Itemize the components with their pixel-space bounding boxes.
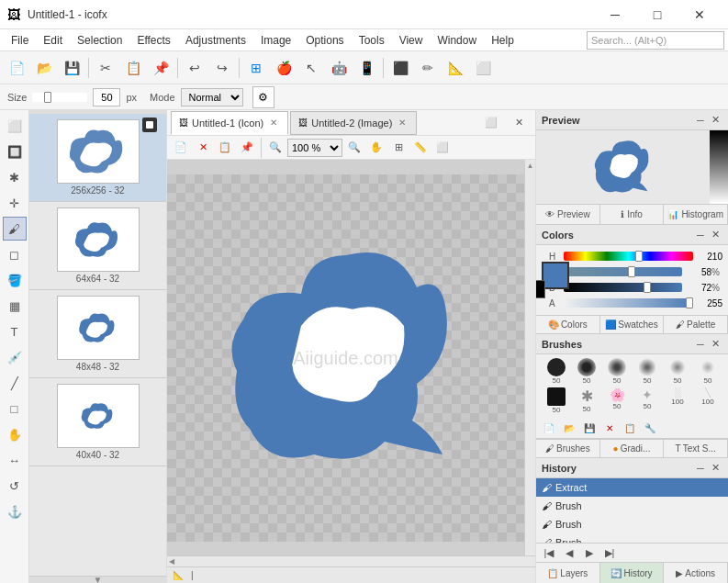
history-tab-history[interactable]: 🔄 History bbox=[600, 563, 665, 583]
history-tab-layers[interactable]: 📋 Layers bbox=[536, 563, 600, 583]
zoom-in-btn[interactable]: 🔍 bbox=[344, 138, 364, 158]
brush-tool-5[interactable]: 📋 bbox=[621, 420, 639, 436]
preview-close-btn[interactable]: ✕ bbox=[708, 113, 722, 128]
menu-image[interactable]: Image bbox=[253, 29, 298, 50]
background-color[interactable] bbox=[535, 280, 545, 298]
history-prev-btn[interactable]: ◀ bbox=[560, 544, 578, 561]
canvas-copy-btn[interactable]: 📋 bbox=[215, 138, 235, 158]
history-item-extract[interactable]: 🖌 Extract bbox=[536, 478, 728, 497]
brushes-minimize-btn[interactable]: ─ bbox=[693, 337, 708, 352]
brush-tool-2[interactable]: 📂 bbox=[560, 420, 578, 436]
cursor-button[interactable]: ↖ bbox=[298, 55, 324, 81]
brushes-tab-gradient[interactable]: ● Gradi... bbox=[600, 440, 665, 457]
brushes-tab-text[interactable]: T Text S... bbox=[664, 440, 728, 457]
brush-item-8[interactable]: ✱ 50 bbox=[572, 387, 601, 415]
magic-wand-tool[interactable]: ✱ bbox=[3, 165, 27, 189]
brush-tool-delete[interactable]: ✕ bbox=[600, 420, 619, 436]
history-item-brush-1[interactable]: 🖌 Brush bbox=[536, 497, 728, 515]
history-item-brush-2[interactable]: 🖌 Brush bbox=[536, 515, 728, 533]
brush-item-2[interactable]: 50 bbox=[572, 357, 601, 386]
ruler-btn[interactable]: 📏 bbox=[410, 138, 431, 158]
size-slider[interactable] bbox=[32, 93, 87, 102]
expand-button[interactable]: ⬜ bbox=[478, 110, 504, 136]
canvas-hscroll[interactable]: ◀ bbox=[167, 555, 535, 566]
colors-tab-palette[interactable]: 🖌 Palette bbox=[664, 316, 728, 333]
brush-item-3[interactable]: 50 bbox=[602, 357, 632, 386]
hue-slider[interactable] bbox=[564, 252, 693, 261]
lasso-tool[interactable]: 🔲 bbox=[3, 140, 27, 163]
menu-help[interactable]: Help bbox=[484, 29, 521, 50]
maximize-button[interactable]: □ bbox=[636, 0, 678, 29]
brush-item-1[interactable]: 50 bbox=[542, 357, 571, 386]
brush-tool-6[interactable]: 🔧 bbox=[641, 420, 659, 436]
menu-effects[interactable]: Effects bbox=[129, 29, 177, 50]
hand-tool[interactable]: ✋ bbox=[3, 422, 27, 446]
preview-tab-info[interactable]: ℹ Info bbox=[600, 205, 665, 224]
brush-tool[interactable]: 🖌 bbox=[3, 217, 27, 241]
redo-button[interactable]: ↪ bbox=[209, 55, 235, 81]
tab-icon[interactable]: 🖼 Untitled-1 (Icon) ✕ bbox=[171, 111, 288, 135]
canvas-area[interactable]: Aiiguide.com bbox=[167, 160, 524, 555]
canvas-vscroll[interactable]: ▲ bbox=[524, 160, 535, 555]
zoom-out-btn[interactable]: 🔍 bbox=[265, 138, 286, 158]
brushes-tab-brushes[interactable]: 🖌 Brushes bbox=[536, 440, 600, 457]
search-box[interactable]: Search... (Alt+Q) bbox=[587, 31, 724, 50]
preview-tab-histogram[interactable]: 📊 Histogram bbox=[664, 205, 728, 224]
menu-window[interactable]: Window bbox=[430, 29, 484, 50]
eraser-tool[interactable]: ◻ bbox=[3, 242, 27, 266]
bright-slider[interactable] bbox=[564, 283, 682, 292]
brush-item-5[interactable]: 50 bbox=[663, 357, 692, 386]
text-tool[interactable]: T bbox=[3, 320, 27, 343]
history-last-btn[interactable]: ▶| bbox=[600, 544, 619, 561]
undo-button[interactable]: ↩ bbox=[182, 55, 207, 81]
history-next-btn[interactable]: ▶ bbox=[580, 544, 599, 561]
preview-tab-preview[interactable]: 👁 Preview bbox=[536, 205, 600, 224]
pan-btn[interactable]: ✋ bbox=[366, 138, 386, 158]
brush-item-4[interactable]: 50 bbox=[633, 357, 662, 386]
zoom-tool[interactable]: ↔ bbox=[3, 448, 27, 472]
icon-item-256[interactable]: 256x256 - 32 bbox=[29, 114, 166, 202]
grid1-button[interactable]: ⬛ bbox=[387, 55, 413, 81]
alpha-slider[interactable] bbox=[564, 298, 693, 308]
rotate-tool[interactable]: ↺ bbox=[3, 474, 27, 498]
gradient-tool[interactable]: ▦ bbox=[3, 294, 27, 318]
anchor-tool[interactable]: ⚓ bbox=[3, 499, 27, 523]
brush-tool-3[interactable]: 💾 bbox=[580, 420, 599, 436]
menu-edit[interactable]: Edit bbox=[36, 29, 70, 50]
canvas-paste-btn[interactable]: 📌 bbox=[237, 138, 257, 158]
brush-item-12[interactable]: ╲ 100 bbox=[693, 387, 722, 415]
menu-file[interactable]: File bbox=[4, 29, 36, 50]
size-input[interactable] bbox=[93, 88, 120, 107]
brush-item-9[interactable]: 🌸 50 bbox=[602, 387, 632, 415]
eyedropper-tool[interactable]: 💉 bbox=[3, 345, 27, 369]
brushes-close-btn[interactable]: ✕ bbox=[708, 337, 722, 352]
zoom-select[interactable]: 100 % 50 % 200 % bbox=[287, 139, 342, 157]
menu-tools[interactable]: Tools bbox=[352, 29, 392, 50]
history-tab-actions[interactable]: ▶ Actions bbox=[664, 563, 728, 583]
save-button[interactable]: 💾 bbox=[59, 55, 84, 81]
tab-image-close-icon[interactable]: ✕ bbox=[396, 117, 409, 129]
minimize-button[interactable]: ─ bbox=[594, 0, 636, 29]
apple-button[interactable]: 🍎 bbox=[271, 55, 297, 81]
preview-minimize-btn[interactable]: ─ bbox=[693, 113, 708, 128]
canvas-new-btn[interactable]: 📄 bbox=[171, 138, 191, 158]
mobile-button[interactable]: 📱 bbox=[353, 55, 379, 81]
brush-item-11[interactable]: ░ 100 bbox=[663, 387, 692, 415]
mode-extra-button[interactable]: ⚙ bbox=[252, 86, 274, 108]
grid2-button[interactable]: ✏ bbox=[415, 55, 441, 81]
menu-adjustments[interactable]: Adjustments bbox=[178, 29, 253, 50]
new-button[interactable]: 📄 bbox=[4, 55, 29, 81]
colors-minimize-btn[interactable]: ─ bbox=[693, 228, 708, 242]
grid3-button[interactable]: 📐 bbox=[442, 55, 468, 81]
close-button[interactable]: ✕ bbox=[678, 0, 721, 29]
colors-close-btn[interactable]: ✕ bbox=[708, 228, 722, 242]
grid-btn[interactable]: ⊞ bbox=[388, 138, 409, 158]
history-first-btn[interactable]: |◀ bbox=[540, 544, 558, 561]
history-item-brush-3[interactable]: 🖌 Brush bbox=[536, 533, 728, 543]
open-button[interactable]: 📂 bbox=[31, 55, 57, 81]
brush-tool-1[interactable]: 📄 bbox=[540, 420, 558, 436]
icon-item-64[interactable]: 64x64 - 32 bbox=[29, 202, 166, 290]
canvas-x-btn[interactable]: ✕ bbox=[193, 138, 213, 158]
cut-button[interactable]: ✂ bbox=[93, 55, 118, 81]
brush-item-10[interactable]: ✦ 50 bbox=[633, 387, 662, 415]
